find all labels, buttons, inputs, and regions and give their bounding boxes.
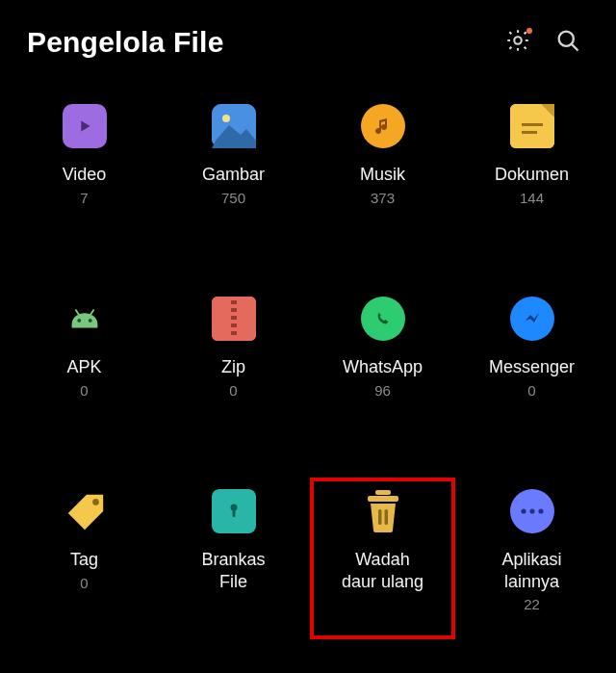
svg-rect-21	[375, 490, 391, 495]
svg-rect-24	[384, 509, 388, 525]
svg-rect-15	[231, 316, 237, 320]
search-icon	[554, 27, 581, 58]
svg-point-4	[222, 115, 230, 122]
svg-rect-14	[231, 308, 237, 312]
svg-point-18	[92, 499, 99, 505]
svg-rect-13	[231, 300, 237, 304]
android-icon	[63, 297, 107, 341]
category-whatsapp[interactable]: WhatsApp 96	[308, 297, 457, 441]
category-label: Brankas File	[201, 549, 265, 592]
category-count: 7	[80, 190, 88, 206]
play-icon	[63, 104, 107, 148]
svg-point-26	[529, 508, 534, 513]
vault-icon	[212, 489, 256, 533]
svg-point-9	[88, 319, 91, 323]
category-apk[interactable]: APK 0	[10, 297, 159, 441]
category-wadah-daur-ulang[interactable]: Wadah daur ulang	[308, 489, 457, 634]
more-icon	[510, 489, 554, 533]
notification-dot	[526, 28, 532, 34]
app-header: Pengelola File	[0, 0, 616, 75]
category-grid: Video 7 Gambar 750 Musik 373 Dokumen 144…	[0, 75, 616, 643]
image-icon	[212, 104, 256, 148]
category-label: Musik	[360, 164, 405, 186]
category-label: WhatsApp	[343, 356, 423, 378]
category-label: Tag	[70, 549, 98, 571]
category-count: 0	[80, 382, 88, 399]
category-count: 96	[374, 382, 391, 399]
tag-icon	[63, 489, 107, 533]
search-button[interactable]	[547, 21, 589, 64]
svg-rect-22	[368, 496, 398, 502]
category-aplikasi-lainnya[interactable]: Aplikasi lainnya 22	[457, 489, 606, 634]
svg-point-0	[514, 37, 521, 43]
category-label: Dokumen	[495, 164, 569, 186]
document-icon	[510, 104, 554, 148]
svg-point-8	[77, 319, 81, 323]
category-musik[interactable]: Musik 373	[308, 104, 457, 248]
category-brankas-file[interactable]: Brankas File	[159, 489, 308, 634]
category-count: 22	[524, 596, 540, 612]
trash-icon	[361, 489, 405, 533]
category-dokumen[interactable]: Dokumen 144	[457, 104, 606, 248]
category-count: 750	[221, 190, 245, 206]
category-count: 0	[229, 382, 237, 399]
music-icon	[361, 104, 405, 148]
svg-line-10	[75, 309, 79, 315]
category-messenger[interactable]: Messenger 0	[457, 297, 606, 441]
page-title: Pengelola File	[27, 26, 489, 59]
category-gambar[interactable]: Gambar 750	[159, 104, 308, 248]
svg-rect-17	[231, 331, 237, 335]
category-video[interactable]: Video 7	[10, 104, 159, 248]
category-label: Wadah daur ulang	[342, 549, 424, 592]
category-label: Gambar	[202, 164, 265, 186]
messenger-icon	[510, 297, 554, 341]
category-count: 0	[80, 575, 88, 591]
category-count: 144	[520, 190, 544, 206]
category-label: Messenger	[489, 356, 575, 378]
whatsapp-icon	[361, 297, 405, 341]
settings-button[interactable]	[497, 21, 539, 64]
category-label: Video	[63, 164, 107, 186]
svg-line-2	[572, 44, 578, 50]
svg-point-1	[559, 32, 574, 46]
svg-rect-6	[522, 123, 543, 126]
category-label: APK	[66, 356, 101, 378]
svg-line-11	[90, 309, 93, 315]
svg-point-25	[521, 508, 526, 513]
zip-icon	[212, 297, 256, 341]
category-label: Zip	[221, 356, 245, 378]
category-zip[interactable]: Zip 0	[159, 297, 308, 441]
category-tag[interactable]: Tag 0	[10, 489, 159, 634]
svg-rect-7	[522, 131, 537, 134]
svg-rect-20	[232, 509, 235, 517]
category-count: 373	[371, 190, 395, 206]
svg-rect-16	[231, 324, 237, 327]
svg-point-27	[538, 508, 543, 513]
category-label: Aplikasi lainnya	[501, 549, 561, 592]
svg-rect-23	[378, 509, 382, 525]
category-count: 0	[527, 382, 535, 399]
